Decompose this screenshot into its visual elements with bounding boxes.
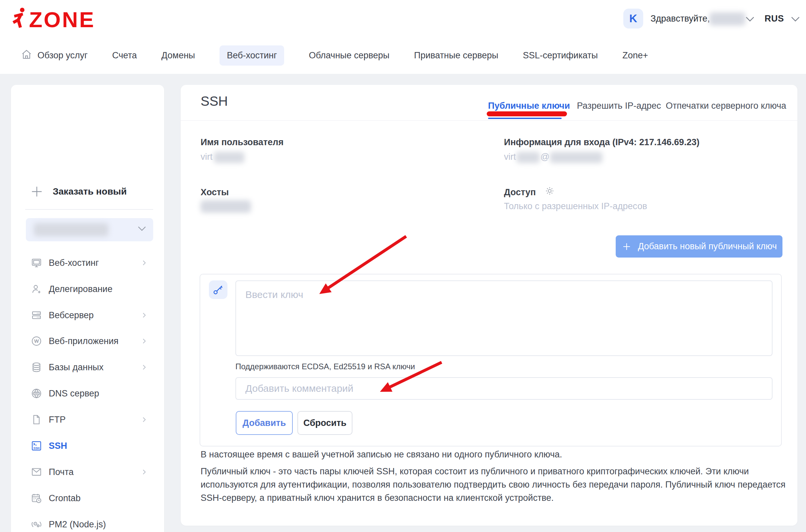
avatar[interactable]: K — [623, 8, 643, 28]
service-selector-dropdown[interactable] — [26, 218, 153, 241]
reset-key-button[interactable]: Сбросить — [297, 411, 353, 435]
main-nav: Обзор услуг Счета Домены Веб-хостинг Обл… — [0, 37, 806, 74]
sidebar-item-crontab[interactable]: Crontab — [31, 488, 158, 508]
hosts-value-redacted — [201, 200, 251, 213]
sidebar-item-label: PM2 (Node.js) — [49, 519, 106, 530]
gears-icon — [31, 518, 42, 530]
username-value: virt — [201, 152, 244, 163]
user-plus-icon — [31, 283, 42, 295]
monitor-icon — [31, 257, 42, 269]
key-icon — [212, 284, 224, 296]
home-icon — [21, 49, 33, 63]
sidebar-item-webapps[interactable]: W Веб-приложения — [31, 331, 158, 351]
svg-text:SSH: SSH — [34, 446, 40, 450]
server-icon — [31, 309, 42, 321]
sidebar-item-label: SSH — [49, 441, 67, 451]
sidebar-item-ssh[interactable]: SSH SSH — [31, 436, 158, 456]
sidebar-item-label: FTP — [49, 415, 65, 425]
active-tab-underline — [488, 118, 562, 119]
nav-item-ssl[interactable]: SSL-сертификаты — [523, 50, 598, 61]
sidebar-item-label: DNS сервер — [49, 388, 99, 399]
add-public-key-button[interactable]: Добавить новый публичный ключ — [616, 235, 783, 258]
key-icon-tile — [209, 280, 227, 299]
nav-label: Домены — [162, 50, 195, 61]
nav-item-private-servers[interactable]: Приватные серверы — [414, 50, 498, 61]
tab-public-keys[interactable]: Публичные ключи — [488, 101, 570, 111]
sidebar-item-webserver[interactable]: Вебсервер — [31, 305, 158, 325]
sidebar-item-label: Crontab — [49, 493, 80, 504]
sidebar-item-label: Делегирование — [49, 284, 112, 294]
chevron-right-icon — [140, 259, 149, 268]
zone-logo[interactable]: ZONE — [12, 7, 98, 33]
ssh-key-input[interactable] — [236, 280, 772, 356]
wordpress-icon: W — [31, 335, 42, 347]
sidebar-item-pm2[interactable]: PM2 (Node.js) — [31, 514, 158, 532]
nav-label: Облачные серверы — [309, 50, 389, 61]
nav-label: Zone+ — [622, 50, 648, 61]
database-icon — [31, 361, 42, 373]
nav-item-cloud-servers[interactable]: Облачные серверы — [309, 50, 389, 61]
dns-globe-icon: DNS — [31, 387, 42, 399]
top-bar: ZONE K Здравствуйте, RUS — [0, 0, 806, 37]
sidebar-item-databases[interactable]: Базы данных — [31, 357, 158, 377]
sidebar-item-label: Веб-приложения — [49, 336, 118, 346]
gear-icon[interactable] — [544, 185, 555, 198]
nav-item-domains[interactable]: Домены — [162, 50, 195, 61]
header-divider — [181, 120, 798, 121]
sidebar-item-label: Веб-хостинг — [49, 258, 99, 268]
access-label: Доступ — [504, 187, 536, 197]
sidebar-item-delegation[interactable]: Делегирование — [31, 279, 158, 299]
chevron-right-icon — [140, 337, 149, 347]
sidebar-item-label: Почта — [49, 467, 74, 477]
nav-label: Веб-хостинг — [227, 50, 277, 61]
svg-text:W: W — [34, 338, 39, 344]
sidebar-item-label: Базы данных — [49, 362, 104, 373]
sidebar-item-ftp[interactable]: FTP — [31, 410, 158, 430]
greeting-text: Здравствуйте, — [651, 14, 710, 24]
sidebar: Заказать новый Веб-хостинг Делегирование… — [11, 85, 164, 532]
user-menu-chevron-down-icon[interactable] — [744, 15, 756, 25]
nav-label: Обзор услуг — [37, 50, 88, 61]
chevron-down-icon — [137, 225, 147, 235]
nav-item-webhosting[interactable]: Веб-хостинг — [220, 45, 284, 65]
nav-label: Приватные серверы — [414, 50, 498, 61]
sidebar-item-dns[interactable]: DNS DNS сервер — [31, 383, 158, 403]
order-new-button[interactable]: Заказать новый — [30, 184, 127, 199]
username-label: Имя пользователя — [201, 137, 283, 148]
login-info-value: virt@ — [504, 152, 602, 163]
nav-label: SSL-сертификаты — [523, 50, 598, 61]
service-name-redacted — [34, 223, 108, 236]
sidebar-item-label: Вебсервер — [49, 310, 94, 321]
empty-state-text: В настоящее время с вашей учетной запись… — [201, 450, 562, 460]
redacted-text — [214, 152, 244, 163]
public-key-description: Публичный ключ - это часть пары ключей S… — [201, 465, 787, 505]
plus-icon — [30, 184, 44, 199]
running-person-icon — [13, 7, 24, 27]
nav-item-zone-plus[interactable]: Zone+ — [622, 50, 648, 61]
language-selector[interactable]: RUS — [765, 14, 784, 24]
logo-text: ZONE — [29, 8, 95, 32]
tab-server-fingerprints[interactable]: Отпечатки серверного ключа — [666, 101, 786, 111]
nav-label: Счета — [112, 50, 137, 61]
calendar-clock-icon — [31, 492, 42, 504]
sidebar-divider — [25, 209, 153, 210]
hosts-label: Хосты — [201, 187, 229, 197]
sidebar-item-webhosting[interactable]: Веб-хостинг — [31, 253, 158, 273]
key-comment-input[interactable] — [236, 377, 772, 400]
nav-item-bills[interactable]: Счета — [112, 50, 137, 61]
nav-item-overview[interactable]: Обзор услуг — [21, 49, 88, 63]
file-icon — [31, 414, 42, 425]
ssh-panel: SSH Публичные ключи Разрешить IP-адрес О… — [181, 85, 798, 526]
chevron-right-icon — [140, 363, 149, 373]
sidebar-item-mail[interactable]: Почта — [31, 462, 158, 482]
redacted-text — [550, 152, 602, 163]
submit-key-button[interactable]: Добавить — [236, 411, 293, 435]
access-value: Только с разрешенных IP-адресов — [504, 201, 647, 211]
tab-allow-ip[interactable]: Разрешить IP-адрес — [577, 101, 661, 111]
redacted-text — [517, 152, 540, 163]
order-new-label: Заказать новый — [53, 186, 127, 197]
user-name-redacted — [710, 12, 745, 25]
language-chevron-down-icon[interactable] — [790, 15, 801, 25]
chevron-right-icon — [140, 311, 149, 321]
chevron-right-icon — [140, 468, 149, 478]
